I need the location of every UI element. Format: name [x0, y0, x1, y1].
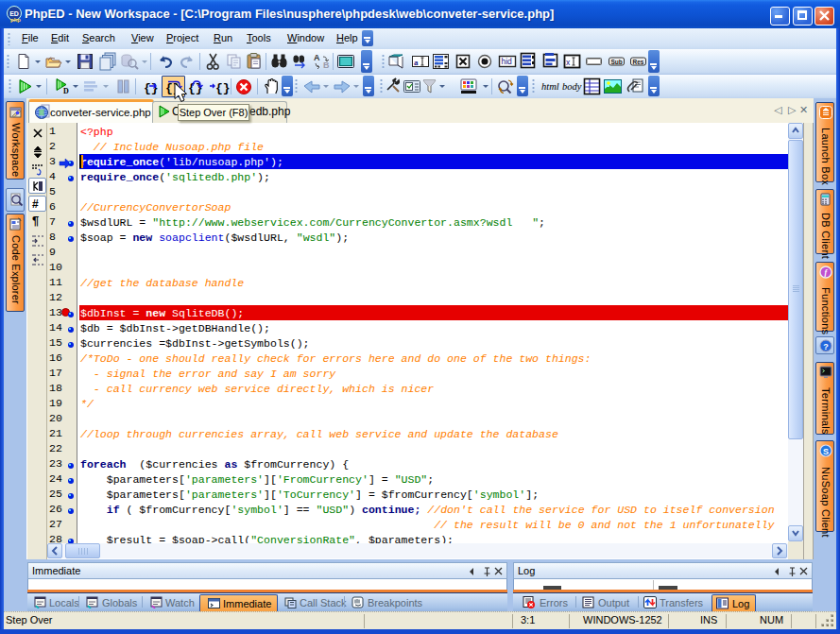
- svg-text:ED: ED: [9, 10, 19, 17]
- svg-text:a: a: [414, 58, 419, 67]
- svg-text:{}: {}: [144, 81, 159, 95]
- svg-text:Res: Res: [633, 59, 644, 65]
- svg-text:hid: hid: [502, 57, 513, 66]
- svg-text:B: B: [323, 60, 330, 70]
- svg-text:Sub: Sub: [611, 59, 623, 65]
- svg-text:{}: {}: [215, 81, 230, 95]
- svg-text:S: S: [823, 447, 829, 456]
- svg-text:?: ?: [823, 342, 829, 351]
- svg-text:php: php: [10, 17, 21, 23]
- svg-text:D: D: [63, 87, 69, 95]
- svg-text:A: A: [314, 53, 320, 62]
